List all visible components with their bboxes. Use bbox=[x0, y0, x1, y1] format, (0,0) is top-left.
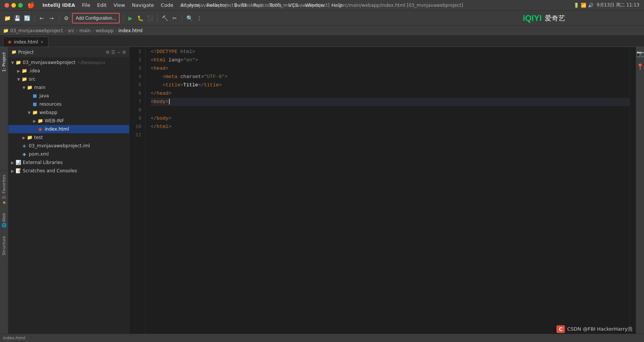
refresh-icon[interactable]: 🔄 bbox=[23, 14, 31, 22]
tree-label-webapp: webapp bbox=[39, 110, 57, 115]
breadcrumb-sep-2: › bbox=[76, 28, 78, 33]
tree-arrow-test: ▶ bbox=[21, 136, 27, 140]
menu-view[interactable]: View bbox=[110, 2, 128, 9]
tree-item-src[interactable]: ▼ 📁 src bbox=[8, 75, 129, 83]
tree-icon-java: ■ bbox=[32, 93, 38, 98]
code-line-10: </html> bbox=[151, 123, 630, 131]
tree-label-java: java bbox=[39, 93, 49, 98]
tree-icon-indexhtml: ◉ bbox=[37, 126, 43, 132]
tree-label-webinf: WEB-INF bbox=[45, 118, 64, 123]
tree-icon-scratches: 📝 bbox=[15, 168, 21, 173]
main-layout: 1: Project 📁 Project ⚙ ☰ − ⚙ ▼ 📁 03_mvnj… bbox=[0, 47, 644, 342]
more-icon[interactable]: ⋮ bbox=[195, 14, 203, 22]
save-icon[interactable]: 💾 bbox=[13, 14, 21, 22]
menu-code[interactable]: Code bbox=[158, 2, 177, 9]
favorites-tab[interactable]: ★ 2: Favorites bbox=[0, 171, 8, 209]
code-line-1: <!DOCTYPE html> bbox=[151, 48, 630, 56]
panel-header: 📁 Project ⚙ ☰ − ⚙ bbox=[8, 47, 129, 58]
menu-edit[interactable]: Edit bbox=[94, 2, 109, 9]
structure-tab[interactable]: Structure bbox=[0, 232, 8, 259]
tab-html-icon: ◉ bbox=[8, 39, 12, 44]
tree-icon-webapp: 📁 bbox=[32, 110, 38, 115]
breadcrumb-bar: 📁 03_mvnjavawebproject › src › main › we… bbox=[0, 26, 644, 36]
tree-item-extlibs[interactable]: ▶ 📊 External Libraries bbox=[8, 158, 129, 167]
window-title: 03_mvnjavawebproject [~/Desktop/code/03_… bbox=[181, 3, 463, 8]
title-bar: 🍎 IntelliJ IDEA File Edit View Navigate … bbox=[0, 0, 644, 11]
tree-icon-webinf: 📁 bbox=[37, 118, 43, 123]
tree-folder-icon-root: 📁 bbox=[15, 60, 21, 65]
breadcrumb-sep-1: › bbox=[64, 28, 66, 33]
breadcrumb-webapp[interactable]: webapp bbox=[95, 28, 113, 33]
tree-item-test[interactable]: ▶ 📁 test bbox=[8, 133, 129, 142]
web-tab[interactable]: 🌐 Web bbox=[0, 209, 8, 232]
breadcrumb-main[interactable]: main bbox=[79, 28, 91, 33]
project-tree: ▼ 📁 03_mvnjavawebproject ~/Desktop/co ▶ … bbox=[8, 58, 129, 342]
tree-label-idea: .idea bbox=[29, 68, 40, 73]
menu-navigate[interactable]: Navigate bbox=[129, 2, 157, 9]
stop-icon[interactable]: ⬛ bbox=[146, 14, 154, 22]
system-icons: 🔋 📶 🔊 bbox=[574, 3, 594, 8]
breadcrumb-project[interactable]: 03_mvnjavawebproject bbox=[10, 28, 63, 33]
toolbar-separator-2 bbox=[59, 14, 59, 22]
tree-icon-idea: 📁 bbox=[21, 68, 27, 73]
line-num-11: 11 bbox=[130, 131, 141, 139]
close-button[interactable] bbox=[5, 3, 9, 8]
code-line-6: </head> bbox=[151, 89, 630, 98]
run-icon[interactable]: ▶ bbox=[126, 14, 134, 22]
tree-label-iml: 03_mvnjavawebproject.iml bbox=[29, 143, 90, 148]
breadcrumb-sep-4: › bbox=[115, 28, 117, 33]
tree-item-java[interactable]: ■ java bbox=[8, 92, 129, 100]
panel-icon-gear[interactable]: ☰ bbox=[111, 50, 115, 55]
panel-icon-minus[interactable]: − bbox=[117, 50, 120, 55]
tree-icon-test: 📁 bbox=[27, 135, 33, 140]
tree-icon-pom: ◈ bbox=[21, 151, 27, 157]
tree-label-indexhtml: index.html bbox=[45, 126, 69, 132]
scissors-icon[interactable]: ✂ bbox=[170, 14, 179, 22]
editor-tab-index-html[interactable]: ◉ index.html × bbox=[3, 37, 48, 47]
maximize-button[interactable] bbox=[18, 3, 23, 8]
hammer-icon[interactable]: 🔨 bbox=[161, 14, 169, 22]
tree-item-indexhtml[interactable]: ◉ index.html bbox=[8, 125, 129, 133]
tree-item-webapp[interactable]: ▼ 📁 webapp bbox=[8, 108, 129, 117]
editor-right-gutter bbox=[630, 47, 636, 342]
panel-header-icons: ⚙ ☰ − ⚙ bbox=[106, 50, 126, 55]
debug-icon[interactable]: 🐛 bbox=[136, 14, 144, 22]
tab-close-button[interactable]: × bbox=[41, 40, 44, 44]
camera-icon[interactable]: 📷 bbox=[636, 50, 644, 57]
project-tab[interactable]: 1: Project bbox=[0, 48, 8, 76]
tree-item-resources[interactable]: ■ resources bbox=[8, 100, 129, 108]
tree-item-root[interactable]: ▼ 📁 03_mvnjavawebproject ~/Desktop/co bbox=[8, 58, 129, 67]
panel-gear2[interactable]: ⚙ bbox=[122, 50, 126, 55]
tree-arrow-webinf: ▶ bbox=[32, 119, 37, 123]
editor-area[interactable]: 1 2 3 4 5 6 7 8 9 10 11 <!DOCTYPE html> … bbox=[130, 47, 636, 342]
tree-arrow-src: ▼ bbox=[16, 77, 21, 81]
code-editor[interactable]: <!DOCTYPE html> <html lang="en"> <head> … bbox=[145, 47, 630, 342]
tree-label-test: test bbox=[34, 135, 43, 140]
folder-open-icon[interactable]: 📁 bbox=[3, 14, 11, 22]
tree-label-pom: pom.xml bbox=[29, 151, 49, 157]
back-icon[interactable]: ← bbox=[38, 14, 46, 22]
tree-item-webinf[interactable]: ▶ 📁 WEB-INF bbox=[8, 117, 129, 125]
breadcrumb-file[interactable]: index.html bbox=[118, 28, 142, 33]
line-num-2: 2 bbox=[130, 56, 141, 64]
tree-item-idea[interactable]: ▶ 📁 .idea bbox=[8, 67, 129, 75]
run-config-selector[interactable]: ⚙ bbox=[62, 14, 70, 22]
tree-item-iml[interactable]: ◈ 03_mvnjavawebproject.iml bbox=[8, 142, 129, 150]
breadcrumb-src[interactable]: src bbox=[68, 28, 75, 33]
panel-icon-cog[interactable]: ⚙ bbox=[106, 50, 110, 55]
tree-item-main[interactable]: ▼ 📁 main bbox=[8, 83, 129, 92]
minimize-button[interactable] bbox=[11, 3, 16, 8]
tree-label-scratches: Scratches and Consoles bbox=[23, 168, 77, 173]
tree-arrow-idea: ▶ bbox=[16, 69, 21, 73]
tree-item-scratches[interactable]: ▶ 📝 Scratches and Consoles bbox=[8, 167, 129, 175]
add-configuration-button[interactable]: Add Configuration... bbox=[72, 13, 120, 23]
tree-item-pom[interactable]: ◈ pom.xml bbox=[8, 150, 129, 158]
search-icon[interactable]: 🔍 bbox=[185, 14, 194, 22]
location-icon[interactable]: 📍 bbox=[636, 63, 644, 70]
forward-icon[interactable]: → bbox=[47, 14, 56, 22]
menu-file[interactable]: File bbox=[79, 2, 93, 9]
code-line-11 bbox=[151, 131, 630, 139]
app-name[interactable]: IntelliJ IDEA bbox=[39, 2, 78, 9]
tree-icon-main: 📁 bbox=[27, 85, 33, 90]
web-icon: 🌐 bbox=[2, 223, 6, 228]
